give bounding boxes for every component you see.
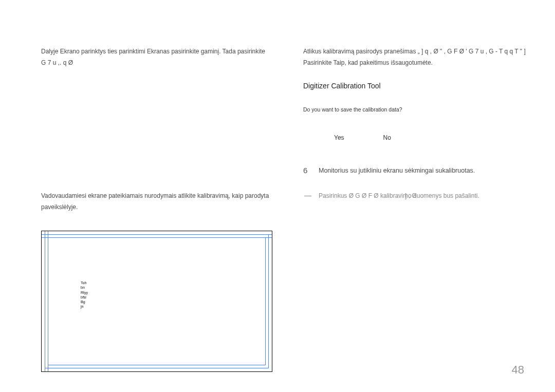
note-overlay: ] , G [405,191,417,201]
note-dash-icon: ― [304,191,311,201]
step-number: 6 [303,166,310,175]
left-para-2: Vadovaudamiesi ekrane pateikiamais nurod… [41,191,272,213]
calib-line: Toh [81,281,88,285]
para1-text: Dalyje Ekrano parinktys ties parinktimi … [41,48,265,55]
note-text: Pasirinkus Ø G Ø F Ø kalibravimo duomeny… [319,191,479,201]
calibration-diagram: Toh bn Rtyy bfsi Bg jn [41,231,272,372]
dialog-buttons: Yes No [303,134,540,141]
calib-line: jn [81,304,88,309]
calib-line: bn [81,285,88,290]
step-text: Monitorius su jutikliniu ekranu sėkminga… [319,166,475,176]
note: ― Pasirinkus Ø G Ø F Ø kalibravimo duome… [303,191,540,201]
dialog-title: Digitizer Calibration Tool [303,82,540,90]
calib-line: Rtyy [81,290,88,295]
page-number: 48 [512,363,524,377]
right-para1-sub: Pasirinkite Taip, kad pakeitimus išsaugo… [303,59,433,66]
spacer [41,78,272,191]
page: Dalyje Ekrano parinktys ties parinktimi … [0,0,555,387]
dialog-question: Do you want to save the calibration data… [303,106,540,113]
note-main: Pasirinkus Ø G Ø F Ø kalibravimo duomeny… [319,192,479,199]
right-para-1: Atlikus kalibravimą pasirodys pranešimas… [303,46,540,68]
calib-line: Bg [81,300,88,304]
calib-center-text: Toh bn Rtyy bfsi Bg jn [81,281,88,309]
calib-line: bfsi [81,295,88,300]
right-column: Atlikus kalibravimą pasirodys pranešimas… [303,46,540,372]
no-button[interactable]: No [383,134,391,141]
right-para1-text: Atlikus kalibravimą pasirodys pranešimas… [303,48,526,55]
para1-sub: G 7 u ,. q Ø [41,59,73,66]
left-column: Dalyje Ekrano parinktys ties parinktimi … [41,46,272,372]
dialog: Digitizer Calibration Tool Do you want t… [303,82,540,141]
yes-button[interactable]: Yes [334,134,344,141]
step-6: 6 Monitorius su jutikliniu ekranu sėkmin… [303,166,540,176]
left-para-1: Dalyje Ekrano parinktys ties parinktimi … [41,46,272,68]
